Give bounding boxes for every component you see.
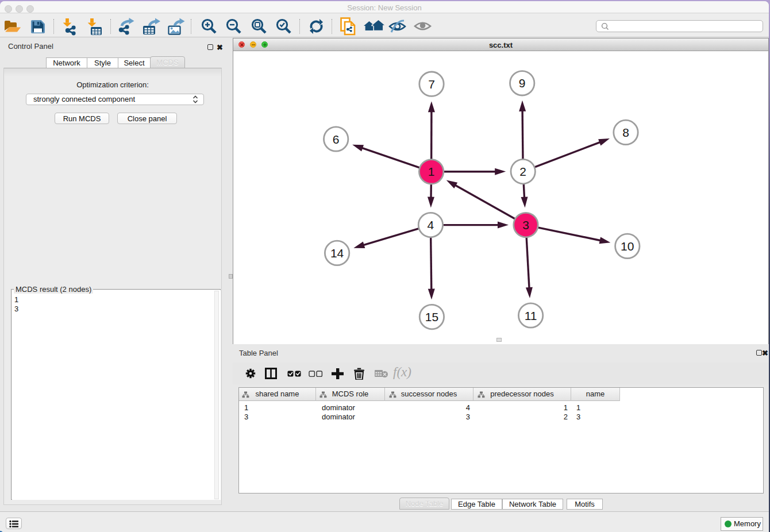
svg-text:9: 9 <box>519 76 526 90</box>
svg-text:1: 1 <box>428 165 435 178</box>
svg-text:15: 15 <box>425 310 438 323</box>
svg-text:14: 14 <box>330 246 344 260</box>
svg-text:10: 10 <box>621 240 634 253</box>
svg-text:4: 4 <box>428 218 434 232</box>
svg-text:6: 6 <box>333 133 340 146</box>
svg-text:11: 11 <box>525 309 537 322</box>
svg-text:8: 8 <box>622 126 629 139</box>
svg-text:2: 2 <box>519 165 526 178</box>
svg-text:3: 3 <box>522 218 529 232</box>
svg-text:7: 7 <box>428 78 435 91</box>
